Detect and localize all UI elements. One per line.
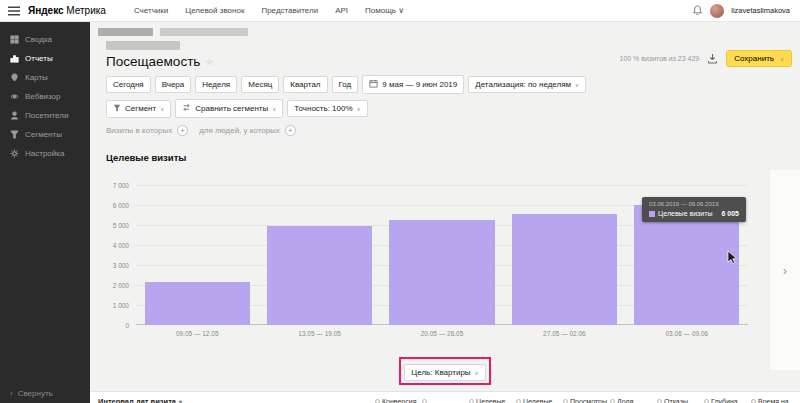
- goal-button[interactable]: Цель: Квартиры ∨: [404, 364, 485, 381]
- sidebar-item-webvisor[interactable]: Вебвизор: [0, 87, 90, 106]
- compare-label: Сравнить сегменты: [195, 104, 268, 113]
- redacted-report-path: [106, 41, 180, 50]
- y-tick-label: 6 000: [113, 202, 129, 209]
- table-header: Интервал дат визита ▾ КонверсияДостижени…: [90, 391, 800, 403]
- metric-radio-icon[interactable]: [704, 399, 709, 403]
- period-button[interactable]: Год: [332, 76, 359, 93]
- sidebar-item-label: Карты: [25, 73, 48, 82]
- period-button[interactable]: Сегодня: [106, 76, 151, 93]
- sidebar-item-maps[interactable]: Карты: [0, 68, 90, 87]
- avatar[interactable]: [710, 4, 724, 18]
- metric-radio-icon[interactable]: [469, 399, 474, 403]
- logo[interactable]: Яндекс Метрика: [28, 5, 106, 16]
- report-actions: 100 % визитов из 23 429 Сохранить ∨: [620, 50, 793, 67]
- people-filter-label: для людей, у которых: [199, 126, 280, 135]
- chart-bar[interactable]: [389, 220, 494, 325]
- download-icon[interactable]: [707, 53, 718, 64]
- sidebar-item-summary[interactable]: Сводка: [0, 30, 90, 49]
- webvisor-icon: [10, 92, 19, 101]
- chart-bar[interactable]: [267, 226, 372, 325]
- metric-radio-icon[interactable]: [657, 399, 662, 403]
- metric-radio-icon[interactable]: [516, 399, 521, 403]
- favorite-star-icon[interactable]: ☆: [205, 57, 213, 67]
- date-range-button[interactable]: 9 мая — 9 июн 2019: [362, 75, 464, 94]
- column-header[interactable]: Конверсия: [375, 397, 420, 403]
- detalization-button[interactable]: Детализация: по неделям ∨: [468, 76, 586, 93]
- period-button[interactable]: Месяц: [241, 76, 279, 93]
- column-header[interactable]: Достижения цели: [422, 397, 467, 403]
- settings-icon: [10, 149, 19, 158]
- logo-yandex: Яндекс: [28, 5, 64, 16]
- bell-icon[interactable]: [692, 5, 703, 16]
- nav-item-representatives[interactable]: Представители: [261, 6, 318, 15]
- sidebar-collapse[interactable]: ‹ Свернуть: [10, 389, 53, 398]
- page-title-text: Посещаемость: [106, 54, 200, 69]
- sidebar-item-segments[interactable]: Сегменты: [0, 125, 90, 144]
- sidebar-item-label: Сводка: [25, 35, 52, 44]
- column-header[interactable]: Целевые посетители: [516, 397, 561, 403]
- metric-radio-icon[interactable]: [375, 399, 380, 403]
- column-header[interactable]: Глубина просмотра: [704, 397, 749, 403]
- chart-bar[interactable]: [512, 214, 617, 325]
- column-header-label: Доля новых посетителей: [610, 398, 651, 403]
- sidebar-item-label: Настройка: [25, 149, 64, 158]
- chart-plot: 03.06.2019 — 09.06.2019 Целевые визиты 6…: [136, 185, 748, 325]
- segment-label: Сегмент: [125, 104, 156, 113]
- collapse-arrow-icon: ‹: [10, 389, 13, 398]
- metric-radio-icon[interactable]: [751, 399, 756, 403]
- column-header[interactable]: Доля новых посетителей: [610, 397, 655, 403]
- save-button[interactable]: Сохранить ∨: [726, 50, 792, 67]
- interval-column-header[interactable]: Интервал дат визита ▾: [98, 397, 182, 403]
- column-header-label: Время на сайте: [751, 398, 789, 403]
- x-axis: 09.05 — 12.0513.05 — 19.0520.05 — 26.052…: [136, 325, 748, 337]
- bar-slot: [381, 185, 503, 325]
- metric-radio-icon[interactable]: [422, 399, 427, 403]
- reports-icon: [10, 54, 19, 63]
- sample-info: 100 % визитов из 23 429: [620, 55, 700, 62]
- app-body: СводкаОтчетыКартыВебвизорПосетителиСегме…: [0, 22, 800, 403]
- column-header[interactable]: Время на сайте: [751, 397, 796, 403]
- chart-tooltip: 03.06.2019 — 09.06.2019 Целевые визиты 6…: [642, 197, 746, 222]
- y-tick-label: 0: [125, 322, 129, 329]
- metric-radio-icon[interactable]: [610, 399, 615, 403]
- chart-next-arrow[interactable]: ›: [770, 170, 800, 370]
- period-button[interactable]: Неделя: [195, 76, 237, 93]
- sidebar-item-label: Сегменты: [25, 130, 62, 139]
- column-header[interactable]: Просмотры: [563, 397, 608, 403]
- chart-bar[interactable]: [634, 205, 739, 325]
- redacted-counter-name: [98, 28, 153, 36]
- sidebar-item-reports[interactable]: Отчеты: [0, 49, 90, 68]
- accuracy-button[interactable]: Точность: 100% ∨: [287, 100, 367, 117]
- nav-item-api[interactable]: API: [335, 6, 348, 15]
- period-button[interactable]: Квартал: [283, 76, 327, 93]
- date-range-label: 9 мая — 9 июн 2019: [382, 80, 457, 89]
- metric-radio-icon[interactable]: [563, 399, 568, 403]
- period-button[interactable]: Вчера: [155, 76, 192, 93]
- nav-item-target-call[interactable]: Целевой звонок: [185, 6, 244, 15]
- column-header[interactable]: Целевые визиты: [469, 397, 514, 403]
- user-name[interactable]: lizavetaslimakova: [731, 6, 790, 15]
- funnel-icon: [113, 104, 121, 114]
- x-tick-label: 09.05 — 12.05: [136, 325, 258, 337]
- chevron-down-icon: ∨: [475, 370, 479, 376]
- compare-segments-button[interactable]: Сравнить сегменты ∨: [175, 99, 283, 118]
- nav-item-counters[interactable]: Счетчики: [134, 6, 168, 15]
- period-buttons: СегодняВчераНеделяМесяцКварталГод: [106, 76, 358, 93]
- accuracy-label: Точность: 100%: [294, 104, 352, 113]
- goal-row: Цель: Квартиры ∨: [90, 357, 800, 385]
- chevron-down-icon: ∨: [160, 106, 164, 112]
- column-header-label: Целевые посетители: [516, 398, 553, 403]
- nav-item-help[interactable]: Помощь ∨: [365, 6, 404, 15]
- report-header: Посещаемость ☆ 100 % визитов из 23 429 С…: [106, 41, 784, 69]
- sidebar-item-settings[interactable]: Настройка: [0, 144, 90, 163]
- x-tick-label: 20.05 — 26.05: [381, 325, 503, 337]
- segment-button[interactable]: Сегмент ∨: [106, 100, 171, 118]
- add-people-condition-button[interactable]: +: [285, 125, 296, 136]
- y-tick-label: 1 000: [113, 302, 129, 309]
- column-header[interactable]: Отказы: [657, 397, 702, 403]
- column-header-label: Конверсия: [382, 398, 416, 403]
- add-visits-condition-button[interactable]: +: [177, 125, 188, 136]
- menu-icon[interactable]: [8, 6, 20, 16]
- chart-bar[interactable]: [145, 282, 250, 325]
- sidebar-item-visitors[interactable]: Посетители: [0, 106, 90, 125]
